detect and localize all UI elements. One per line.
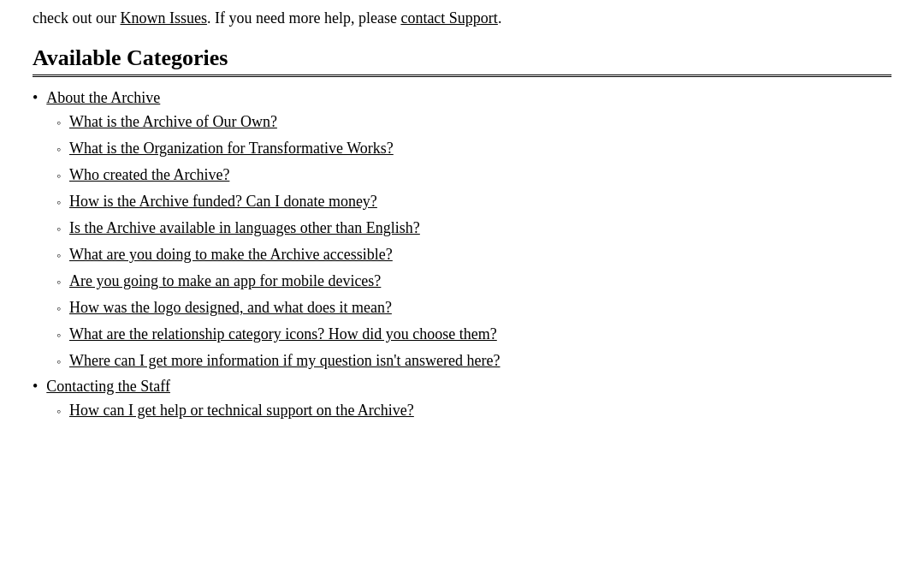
circle-bullet-icon: ◦ [56,220,61,238]
list-item: ◦How can I get help or technical support… [56,399,891,422]
page-container: check out our Known Issues. If you need … [0,0,924,422]
known-issues-link[interactable]: Known Issues [120,9,207,27]
intro-paragraph: check out our Known Issues. If you need … [33,7,891,30]
sub-item-link[interactable]: Who created the Archive? [69,164,229,187]
list-item: ◦What is the Archive of Our Own? [56,110,891,134]
contact-support-link[interactable]: contact Support [400,9,497,27]
circle-bullet-icon: ◦ [56,273,61,291]
category-title-link[interactable]: About the Archive [46,89,160,107]
available-categories-heading: Available Categories [33,45,891,71]
intro-text-after: . [498,9,502,27]
category-title-link[interactable]: Contacting the Staff [46,378,170,396]
circle-bullet-icon: ◦ [56,247,61,265]
list-item: ◦How is the Archive funded? Can I donate… [56,190,891,213]
bullet-icon: • [33,378,38,396]
list-item: ◦Who created the Archive? [56,164,891,187]
list-item: ◦What is the Organization for Transforma… [56,137,891,160]
list-item: ◦Are you going to make an app for mobile… [56,270,891,293]
list-item: ◦Is the Archive available in languages o… [56,217,891,240]
circle-bullet-icon: ◦ [56,114,61,132]
circle-bullet-icon: ◦ [56,402,61,420]
sub-list: ◦What is the Archive of Our Own?◦What is… [56,110,891,372]
categories-list: •About the Archive◦What is the Archive o… [33,89,891,422]
circle-bullet-icon: ◦ [56,300,61,318]
category-item: •About the Archive◦What is the Archive o… [33,89,891,372]
circle-bullet-icon: ◦ [56,326,61,344]
circle-bullet-icon: ◦ [56,194,61,212]
sub-item-link[interactable]: What are you doing to make the Archive a… [69,243,393,266]
list-item: ◦How was the logo designed, and what doe… [56,296,891,319]
list-item: ◦Where can I get more information if my … [56,349,891,372]
sub-item-link[interactable]: Is the Archive available in languages ot… [69,217,420,240]
bullet-icon: • [33,89,38,107]
sub-item-link[interactable]: How is the Archive funded? Can I donate … [69,190,377,213]
sub-item-link[interactable]: What is the Organization for Transformat… [69,137,394,160]
list-item: ◦What are the relationship category icon… [56,323,891,346]
circle-bullet-icon: ◦ [56,167,61,185]
heading-divider [33,74,891,77]
circle-bullet-icon: ◦ [56,353,61,371]
sub-item-link[interactable]: How was the logo designed, and what does… [69,296,392,319]
sub-item-link[interactable]: Are you going to make an app for mobile … [69,270,381,293]
sub-item-link[interactable]: What is the Archive of Our Own? [69,110,277,134]
sub-item-link[interactable]: How can I get help or technical support … [69,399,414,422]
sub-list: ◦How can I get help or technical support… [56,399,891,422]
intro-text-middle: . If you need more help, please [207,9,400,27]
sub-item-link[interactable]: What are the relationship category icons… [69,323,497,346]
circle-bullet-icon: ◦ [56,140,61,158]
list-item: ◦What are you doing to make the Archive … [56,243,891,266]
category-title: •About the Archive [33,89,891,107]
category-title: •Contacting the Staff [33,378,891,396]
sub-item-link[interactable]: Where can I get more information if my q… [69,349,500,372]
intro-text-before-link1: check out our [33,9,120,27]
category-item: •Contacting the Staff◦How can I get help… [33,378,891,422]
